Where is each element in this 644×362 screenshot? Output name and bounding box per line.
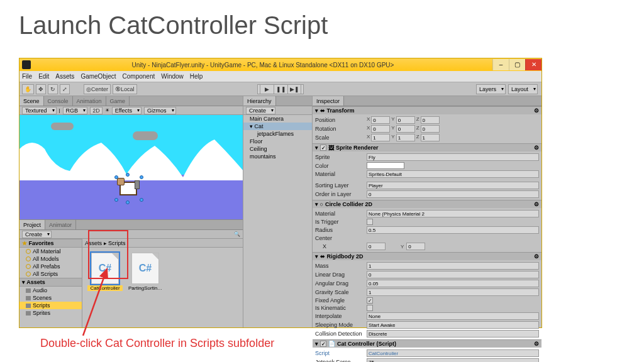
scale-y[interactable]: [396, 134, 415, 141]
tab-animator[interactable]: Animator: [45, 220, 76, 229]
project-content[interactable]: Assets ▸ Scripts C# CatController C# Par…: [82, 239, 243, 327]
project-create[interactable]: Create: [22, 231, 52, 238]
effects-dropdown[interactable]: Effects: [112, 107, 142, 114]
cat-gameobject[interactable]: [117, 178, 141, 199]
scale-x[interactable]: [371, 134, 390, 141]
menu-help[interactable]: Help: [190, 73, 203, 80]
scene-view[interactable]: [19, 115, 243, 219]
shading-mode[interactable]: Textured: [22, 107, 57, 114]
sprite-renderer-header[interactable]: ▾ ✓ 🖼 Sprite Renderer⚙: [313, 144, 541, 151]
folder-sprites[interactable]: Sprites: [19, 309, 82, 317]
gizmos-dropdown[interactable]: Gizmos: [144, 107, 176, 114]
linear-drag[interactable]: [367, 271, 539, 278]
catcontroller-header[interactable]: ▾ ✓ 📄 Cat Controller (Script)⚙: [313, 340, 541, 348]
fav-all-material[interactable]: All Material: [19, 248, 82, 255]
scale-tool[interactable]: ⤢: [60, 84, 70, 94]
hierarchy-create[interactable]: Create: [246, 107, 275, 114]
hier-jetpackflames[interactable]: jetpackFlames: [243, 130, 312, 138]
search-icon[interactable]: 🔍: [234, 231, 240, 237]
menu-assets[interactable]: Assets: [55, 73, 74, 80]
menu-edit[interactable]: Edit: [38, 73, 49, 80]
hier-cat[interactable]: ▾ Cat: [243, 123, 312, 130]
titlebar[interactable]: Unity - NinjaCatFlyer.unity - UnityGame …: [19, 58, 541, 71]
sleeping-mode[interactable]: Start Awake: [367, 321, 539, 329]
tab-hierarchy[interactable]: Hierarchy: [243, 96, 276, 106]
rot-y[interactable]: [396, 125, 415, 133]
project-breadcrumb[interactable]: Assets ▸ Scripts: [82, 239, 243, 248]
move-tool[interactable]: ✥: [36, 84, 46, 94]
gravity-scale[interactable]: [367, 288, 539, 296]
order-in-layer[interactable]: [367, 190, 539, 198]
file-partingsorting[interactable]: C# PartingSortin…: [128, 253, 163, 291]
folder-scripts[interactable]: Scripts: [19, 302, 82, 309]
fav-all-scripts[interactable]: All Scripts: [19, 270, 82, 278]
material-field[interactable]: Sprites-Default: [367, 170, 539, 178]
maximize-button[interactable]: ▢: [509, 59, 525, 70]
center-y[interactable]: [406, 243, 425, 250]
tab-inspector[interactable]: Inspector: [313, 96, 344, 106]
play-button[interactable]: ▶: [260, 84, 274, 94]
jetpack-force[interactable]: [367, 358, 539, 362]
rot-z[interactable]: [421, 125, 440, 133]
layout-dropdown[interactable]: Layout: [508, 84, 538, 94]
sorting-layer[interactable]: Player: [367, 182, 539, 189]
scale-z[interactable]: [421, 134, 440, 141]
circle-collider-header[interactable]: ▾ ○ Circle Collider 2D⚙: [313, 200, 541, 208]
tab-animation[interactable]: Animation: [73, 96, 106, 106]
gear-icon[interactable]: ⚙: [534, 107, 539, 114]
menu-gameobject[interactable]: GameObject: [80, 73, 116, 80]
radius[interactable]: [367, 226, 539, 234]
minimize-button[interactable]: –: [492, 59, 509, 70]
is-trigger[interactable]: [367, 219, 373, 225]
pivot-local[interactable]: ⦿ Local: [113, 84, 137, 94]
interpolate[interactable]: None: [367, 312, 539, 320]
hier-mountains[interactable]: mountains: [243, 153, 312, 160]
gear-icon[interactable]: ⚙: [534, 253, 539, 260]
step-button[interactable]: ▶❚: [287, 84, 301, 94]
gear-icon[interactable]: ⚙: [534, 341, 539, 347]
menu-window[interactable]: Window: [161, 73, 184, 80]
close-button[interactable]: ✕: [525, 59, 541, 70]
pos-x[interactable]: [371, 116, 390, 124]
mass[interactable]: [367, 262, 539, 270]
fixed-angle[interactable]: ✓: [367, 297, 373, 304]
angular-drag[interactable]: [367, 280, 539, 287]
rigidbody-header[interactable]: ▾ ⬌ Rigidbody 2D⚙: [313, 253, 541, 260]
hier-floor[interactable]: Floor: [243, 138, 312, 145]
tab-console[interactable]: Console: [44, 96, 73, 106]
render-mode[interactable]: RGB: [63, 107, 88, 114]
fav-all-models[interactable]: All Models: [19, 255, 82, 263]
center-x[interactable]: [367, 243, 386, 250]
menu-component[interactable]: Component: [123, 73, 155, 80]
gear-icon[interactable]: ⚙: [534, 201, 539, 207]
folder-scenes[interactable]: Scenes: [19, 294, 82, 302]
hier-main-camera[interactable]: Main Camera: [243, 115, 312, 123]
menu-file[interactable]: File: [22, 73, 32, 80]
collision-detection[interactable]: Discrete: [367, 330, 539, 337]
tab-scene[interactable]: Scene: [19, 96, 44, 106]
hier-ceiling[interactable]: Ceiling: [243, 145, 312, 153]
is-kinematic[interactable]: [367, 305, 373, 311]
script-ref[interactable]: CatController: [367, 349, 539, 357]
pos-z[interactable]: [421, 116, 440, 124]
project-tree[interactable]: ★ Favorites All Material All Models All …: [19, 239, 82, 327]
layers-dropdown[interactable]: Layers: [476, 84, 506, 94]
transform-header[interactable]: ▾ ⬌ Transform⚙: [313, 107, 541, 114]
pos-y[interactable]: [396, 116, 415, 124]
gear-icon[interactable]: ⚙: [534, 145, 539, 151]
rotate-tool[interactable]: ↻: [48, 84, 58, 94]
tab-game[interactable]: Game: [106, 96, 130, 106]
rot-x[interactable]: [371, 125, 390, 133]
pivot-center[interactable]: ◎ Center: [84, 84, 111, 94]
hand-tool[interactable]: ✋: [22, 84, 34, 94]
collider-material[interactable]: None (Physics Material 2: [367, 210, 539, 217]
folder-audio[interactable]: Audio: [19, 287, 82, 294]
color-field[interactable]: [367, 162, 404, 169]
sprite-field[interactable]: Fly: [367, 153, 539, 161]
file-catcontroller[interactable]: C# CatController: [87, 253, 123, 291]
tab-project[interactable]: Project: [19, 220, 45, 229]
window-title: Unity - NinjaCatFlyer.unity - UnityGame …: [33, 62, 492, 69]
fav-all-prefabs[interactable]: All Prefabs: [19, 263, 82, 270]
2d-toggle[interactable]: 2D: [90, 107, 103, 114]
pause-button[interactable]: ❚❚: [274, 84, 287, 94]
